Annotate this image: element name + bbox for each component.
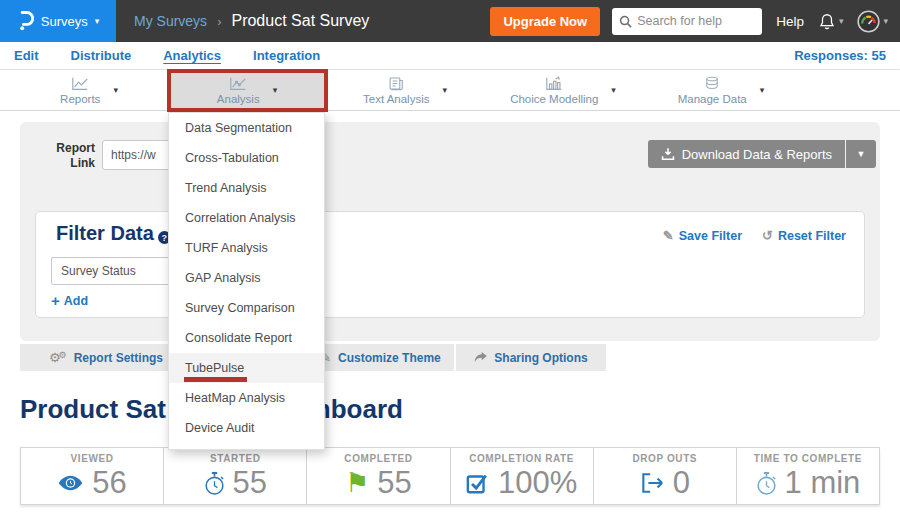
line-chart-icon <box>71 76 89 91</box>
database-icon <box>704 75 720 91</box>
toolbar-label: Manage Data <box>678 93 747 105</box>
menu-item-turf-analysis[interactable]: TURF Analysis <box>169 233 324 263</box>
app-switcher[interactable]: Surveys ▾ <box>0 0 116 42</box>
chevron-down-icon[interactable]: ▾ <box>273 86 278 95</box>
nav-integration[interactable]: Integration <box>253 48 320 63</box>
bell-icon <box>818 12 836 31</box>
stopwatch-icon <box>204 471 225 496</box>
download-icon <box>661 147 675 161</box>
chevron-down-icon[interactable]: ▾ <box>113 86 118 95</box>
top-bar: Surveys ▾ My Surveys › Product Sat Surve… <box>0 0 900 42</box>
plus-icon: + <box>51 292 60 309</box>
search-input[interactable] <box>637 14 747 28</box>
survey-nav: Edit Distribute Analytics Integration Re… <box>0 42 900 70</box>
toolbar-label: Text Analysis <box>363 93 429 105</box>
analysis-chart-icon <box>229 76 247 91</box>
search-icon <box>619 15 632 28</box>
menu-item-tubepulse[interactable]: TubePulse <box>169 353 324 383</box>
app-menu-label: Surveys <box>41 14 88 29</box>
chevron-down-icon[interactable]: ▾ <box>611 86 616 95</box>
avatar-gauge-icon <box>857 10 880 33</box>
analytics-toolbar: Reports ▾ Analysis ▾ <box>0 70 900 111</box>
stat-drop-outs: DROP OUTS 0 <box>593 448 736 504</box>
save-filter-link[interactable]: ✎ Save Filter <box>663 228 742 243</box>
tab-sharing-options[interactable]: Sharing Options <box>456 344 606 371</box>
reset-filter-link[interactable]: ↺ Reset Filter <box>762 228 846 243</box>
chevron-down-icon[interactable]: ▾ <box>760 86 765 95</box>
menu-item-heatmap-analysis[interactable]: HeatMap Analysis <box>169 383 324 413</box>
help-search-box[interactable] <box>612 8 762 35</box>
stat-viewed: VIEWED 56 <box>21 448 163 504</box>
toolbar-label: Choice Modelling <box>510 93 598 105</box>
main-content: Report Link Download Data & Reports ▼ Fi… <box>0 111 900 516</box>
gears-icon: ⚙⚙ <box>49 351 67 364</box>
timer-icon <box>756 471 777 496</box>
account-menu[interactable]: ▾ <box>857 10 888 33</box>
share-arrow-icon <box>474 352 487 363</box>
menu-item-consolidate-report[interactable]: Consolidate Report <box>169 323 324 353</box>
upgrade-now-button[interactable]: Upgrade Now <box>490 7 600 36</box>
analysis-dropdown-menu: Data Segmentation Cross-Tabulation Trend… <box>168 112 325 450</box>
download-data-reports-button[interactable]: Download Data & Reports <box>648 140 845 168</box>
annotation-underline <box>184 377 247 382</box>
stat-completed: COMPLETED ⚑ 55 <box>306 448 449 504</box>
toolbar-reports[interactable]: Reports ▾ <box>10 70 168 110</box>
flag-icon: ⚑ <box>345 470 369 497</box>
reset-icon: ↺ <box>762 228 773 243</box>
checkbox-icon <box>466 471 490 495</box>
bar-chart-icon <box>545 76 563 91</box>
stat-started: STARTED 55 <box>163 448 306 504</box>
breadcrumb-separator: › <box>217 14 221 29</box>
toolbar-label: Analysis <box>217 93 260 105</box>
chevron-down-icon[interactable]: ▾ <box>442 86 447 95</box>
download-split-button: Download Data & Reports ▼ <box>648 140 876 168</box>
menu-item-correlation-analysis[interactable]: Correlation Analysis <box>169 203 324 233</box>
menu-item-data-segmentation[interactable]: Data Segmentation <box>169 113 324 143</box>
chevron-down-icon: ▾ <box>883 17 888 26</box>
edit-pencil-icon: ✎ <box>663 228 674 243</box>
nav-distribute[interactable]: Distribute <box>71 48 132 63</box>
responses-count[interactable]: Responses: 55 <box>794 48 886 63</box>
toolbar-text-analysis[interactable]: Text Analysis ▾ <box>326 70 484 110</box>
tab-report-settings[interactable]: ⚙⚙ Report Settings <box>20 344 192 371</box>
menu-item-cross-tabulation[interactable]: Cross-Tabulation <box>169 143 324 173</box>
stat-time-to-complete: TIME TO COMPLETE 1 min <box>736 448 879 504</box>
help-link[interactable]: Help <box>776 14 804 29</box>
notifications-menu[interactable]: ▾ <box>818 12 844 31</box>
report-link-label: Report Link <box>43 141 95 171</box>
download-options-caret[interactable]: ▼ <box>846 140 876 168</box>
questionpro-logo-icon <box>17 9 34 33</box>
nav-edit[interactable]: Edit <box>14 48 39 63</box>
breadcrumb: My Surveys › Product Sat Survey <box>134 12 369 30</box>
chevron-down-icon: ▾ <box>95 17 100 26</box>
tab-customize-theme[interactable]: ✎ Customize Theme <box>307 344 454 371</box>
menu-item-survey-comparison[interactable]: Survey Comparison <box>169 293 324 323</box>
chevron-down-icon: ▾ <box>839 17 844 26</box>
toolbar-manage-data[interactable]: Manage Data ▾ <box>642 70 800 110</box>
eye-icon <box>57 474 84 492</box>
breadcrumb-my-surveys[interactable]: My Surveys <box>134 13 207 29</box>
filter-data-title: Filter Data <box>56 222 154 245</box>
stat-completion-rate: COMPLETION RATE 100% <box>450 448 593 504</box>
menu-item-device-audit[interactable]: Device Audit <box>169 413 324 443</box>
document-icon <box>388 76 404 91</box>
stats-row: VIEWED 56 STARTED <box>20 447 880 505</box>
exit-icon <box>640 472 665 494</box>
nav-analytics[interactable]: Analytics <box>163 48 221 63</box>
breadcrumb-current-survey: Product Sat Survey <box>231 12 369 30</box>
toolbar-analysis[interactable]: Analysis ▾ <box>168 70 326 110</box>
menu-item-trend-analysis[interactable]: Trend Analysis <box>169 173 324 203</box>
toolbar-choice-modelling[interactable]: Choice Modelling ▾ <box>484 70 642 110</box>
toolbar-label: Reports <box>60 93 100 105</box>
filter-data-panel: Filter Data ? ✎ Save Filter ↺ Reset Filt… <box>35 211 865 318</box>
menu-item-gap-analysis[interactable]: GAP Analysis <box>169 263 324 293</box>
add-filter-link[interactable]: + Add <box>51 292 88 309</box>
